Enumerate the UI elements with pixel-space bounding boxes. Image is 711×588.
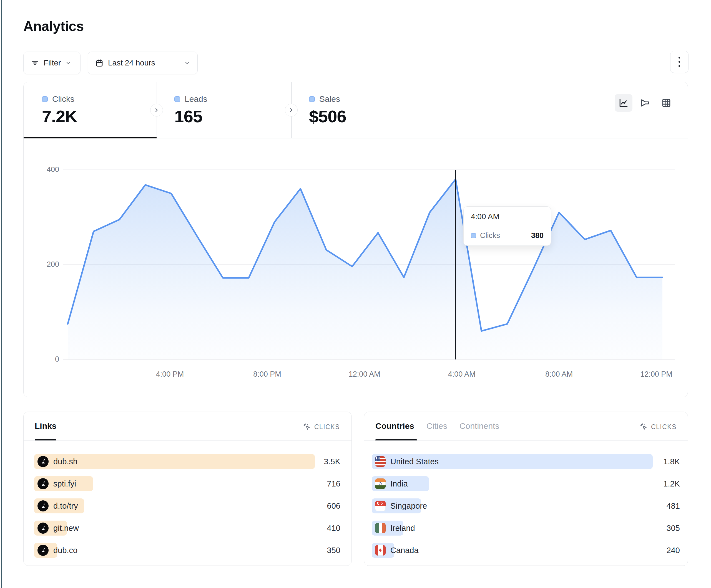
list-item[interactable]: spti.fyi 716 (34, 476, 340, 491)
table-view-button[interactable] (658, 94, 675, 112)
tab-cities[interactable]: Cities (427, 421, 447, 431)
x-axis-tick-label: 4:00 AM (448, 370, 476, 379)
chevron-down-icon (65, 60, 71, 66)
tab-leads[interactable]: Leads 165 (156, 82, 291, 138)
tooltip-time: 4:00 AM (464, 207, 551, 226)
link-clicks-value: 716 (327, 476, 340, 491)
dub-logo-icon (38, 545, 48, 556)
country-clicks-value: 1.2K (663, 476, 680, 491)
link-label: git.new (53, 524, 79, 533)
country-label: United States (390, 457, 439, 466)
stat-label: Sales (319, 94, 340, 104)
line-chart-view-button[interactable] (615, 94, 632, 112)
list-item[interactable]: git.new 410 (34, 521, 340, 536)
dub-logo-icon (38, 500, 48, 512)
links-panel: Links CLICKS dub.sh 3.5K spti.fyi (23, 412, 352, 566)
dub-logo-icon (38, 456, 48, 467)
more-options-button[interactable] (670, 51, 689, 73)
chevron-down-icon (184, 60, 190, 66)
link-label: d.to/try (53, 501, 78, 511)
line-chart-icon (619, 98, 628, 108)
analytics-card: Clicks 7.2K Leads 165 Sales $506 (23, 82, 688, 397)
chart-view-toggles (615, 94, 675, 112)
x-axis-tick-label: 12:00 PM (640, 370, 672, 379)
list-item[interactable]: dub.co 350 (34, 543, 340, 558)
stats-tabs-row: Clicks 7.2K Leads 165 Sales $506 (24, 82, 688, 138)
link-label: spti.fyi (53, 479, 76, 489)
date-range-label: Last 24 hours (108, 59, 155, 67)
list-item[interactable]: India 1.2K (372, 476, 680, 491)
metric-header-label: CLICKS (314, 423, 340, 431)
y-axis-tick-label: 200 (40, 260, 59, 269)
clicks-area-chart[interactable] (63, 170, 675, 359)
country-clicks-value: 240 (667, 543, 680, 558)
tab-links[interactable]: Links (35, 421, 56, 431)
tooltip-value: 380 (531, 231, 544, 240)
tab-continents[interactable]: Continents (459, 421, 499, 431)
chart-tooltip: 4:00 AM Clicks 380 (464, 206, 551, 246)
calendar-icon (95, 59, 104, 67)
tab-sales[interactable]: Sales $506 (291, 82, 430, 138)
filter-button[interactable]: Filter (23, 51, 81, 74)
list-item[interactable]: Ireland 305 (372, 521, 680, 536)
singapore-flag-icon (375, 501, 386, 511)
link-label: dub.sh (53, 457, 78, 466)
tooltip-legend-chip (471, 233, 476, 238)
y-axis-tick-label: 0 (40, 355, 59, 364)
dub-logo-icon (38, 478, 48, 489)
list-item[interactable]: d.to/try 606 (34, 498, 340, 513)
stat-label: Clicks (52, 94, 74, 104)
active-tab-underline (24, 137, 156, 138)
cursor-click-icon (640, 423, 648, 431)
stat-value: $506 (309, 107, 430, 126)
expand-sales-button[interactable] (285, 104, 298, 116)
countries-metric-header[interactable]: CLICKS (640, 423, 676, 431)
filter-lines-icon (31, 59, 39, 67)
list-item[interactable]: dub.sh 3.5K (34, 454, 340, 469)
link-clicks-value: 3.5K (324, 454, 340, 469)
area-fill (68, 179, 663, 359)
tab-clicks[interactable]: Clicks 7.2K (24, 82, 156, 138)
chevron-right-icon (288, 107, 294, 113)
date-range-button[interactable]: Last 24 hours (88, 51, 198, 74)
kebab-icon (678, 57, 680, 59)
list-item[interactable]: United States 1.8K (372, 454, 680, 469)
clicks-legend-chip (42, 96, 48, 102)
countries-panel: Countries Cities Continents CLICKS Unite… (364, 412, 688, 566)
link-clicks-value: 410 (327, 521, 340, 536)
sales-legend-chip (309, 96, 315, 102)
links-metric-header[interactable]: CLICKS (303, 423, 340, 431)
country-clicks-value: 1.8K (663, 454, 680, 469)
x-axis-tick-label: 4:00 PM (156, 370, 184, 379)
x-axis-tick-label: 8:00 AM (545, 370, 573, 379)
leads-legend-chip (174, 96, 180, 102)
link-clicks-value: 606 (327, 498, 340, 513)
chevron-right-icon (153, 107, 159, 113)
y-axis-tick-label: 400 (40, 165, 59, 174)
x-axis-tick-label: 12:00 AM (349, 370, 380, 379)
cursor-click-icon (303, 423, 311, 431)
stat-label: Leads (185, 94, 208, 104)
ireland-flag-icon (375, 523, 386, 533)
dub-logo-icon (38, 523, 48, 534)
us-flag-icon (375, 456, 386, 467)
tab-countries[interactable]: Countries (375, 421, 414, 431)
list-item[interactable]: Singapore 481 (372, 498, 680, 513)
country-label: Singapore (390, 501, 427, 511)
funnel-icon (640, 98, 650, 108)
country-clicks-value: 481 (667, 498, 680, 513)
funnel-view-button[interactable] (636, 94, 654, 112)
india-flag-icon (375, 478, 386, 489)
metric-header-label: CLICKS (651, 423, 676, 431)
country-label: Ireland (390, 524, 415, 533)
country-label: Canada (390, 546, 419, 555)
expand-leads-button[interactable] (150, 104, 163, 116)
link-clicks-value: 350 (327, 543, 340, 558)
link-label: dub.co (53, 546, 78, 555)
x-axis-tick-label: 8:00 PM (253, 370, 281, 379)
filter-button-label: Filter (44, 59, 61, 67)
list-item[interactable]: Canada 240 (372, 543, 680, 558)
stat-value: 165 (174, 107, 291, 126)
country-clicks-value: 305 (667, 521, 680, 536)
window-edge (1, 0, 2, 588)
